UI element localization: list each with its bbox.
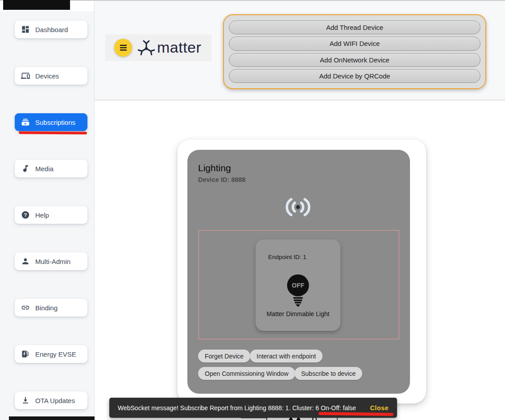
help-icon: ?: [21, 210, 30, 219]
interact-with-endpoint-button[interactable]: Interact with endpoint: [250, 350, 323, 362]
snackbar-close-button[interactable]: Close: [370, 404, 389, 412]
sidebar-item-multi-admin[interactable]: Multi-Admin: [15, 252, 87, 270]
open-commissioning-window-button[interactable]: Open Commissioning Window: [198, 367, 295, 380]
sidebar-item-label: Binding: [35, 304, 58, 312]
forget-device-button[interactable]: Forget Device: [198, 350, 250, 362]
add-device-panel: Add Thread Device Add WIFI Device Add On…: [223, 14, 486, 89]
sidebar-item-ota-updates[interactable]: OTA Updates: [15, 391, 87, 409]
sidebar-item-label: Media: [35, 165, 54, 173]
sidebar-item-help[interactable]: ? Help: [15, 206, 87, 224]
add-onnetwork-device-button[interactable]: Add OnNetwork Device: [229, 53, 480, 67]
svg-text:?: ?: [24, 212, 27, 218]
music-note-icon: [21, 164, 30, 173]
device-title: Lighting: [198, 163, 231, 173]
endpoint-device-type: Matter Dimmable Light: [256, 310, 340, 317]
person-icon: [21, 257, 30, 266]
occluding-black-bar-bottom: [9, 416, 95, 420]
sidebar-item-devices[interactable]: Devices: [15, 67, 87, 85]
sidebar-item-energy-evse[interactable]: Energy EVSE: [15, 345, 87, 363]
menu-button[interactable]: [114, 39, 132, 57]
sidebar-item-dashboard[interactable]: Dashboard: [15, 21, 87, 38]
dashboard-icon: [21, 25, 30, 34]
sidebar-item-label: OTA Updates: [35, 397, 75, 404]
hamburger-icon: [119, 44, 128, 51]
sidebar-item-label: Dashboard: [35, 26, 68, 33]
sidebar-item-subscriptions[interactable]: Subscriptions: [15, 113, 87, 131]
devices-icon: [21, 71, 30, 80]
sidebar-item-label: Devices: [35, 72, 59, 80]
ev-station-icon: [21, 350, 30, 358]
sidebar-item-binding[interactable]: Binding: [15, 299, 87, 317]
brand-wordmark: matter: [157, 34, 201, 61]
app-screen: Dashboard Devices Subscriptions Media ? …: [0, 0, 505, 420]
link-icon: [21, 303, 30, 312]
sidebar-item-label: Energy EVSE: [35, 350, 76, 358]
sidebar-item-label: Help: [35, 211, 49, 219]
sidebar-item-media[interactable]: Media: [15, 160, 87, 177]
occluding-black-bar-top: [3, 0, 70, 10]
sidebar-item-label: Multi-Admin: [35, 258, 70, 265]
light-bulb-off-icon: OFF: [286, 274, 310, 308]
add-wifi-device-button[interactable]: Add WIFI Device: [229, 37, 480, 50]
add-device-by-qrcode-button[interactable]: Add Device by QRCode: [229, 69, 480, 83]
subscribe-to-device-button[interactable]: Subscribe to device: [294, 367, 362, 380]
device-id: Device ID: 8888: [198, 176, 245, 183]
red-annotation-underline-subscriptions: [19, 131, 87, 134]
signal-icon: [280, 195, 316, 219]
sidebar-item-label: Subscriptions: [35, 119, 75, 126]
matter-logo-icon: [137, 38, 156, 58]
subscriptions-icon: [21, 118, 30, 127]
bulb-state-text: OFF: [292, 282, 304, 289]
add-thread-device-button[interactable]: Add Thread Device: [229, 21, 480, 34]
endpoint-id-label: Endpoint ID: 1: [268, 254, 306, 260]
download-icon: [21, 396, 30, 405]
snackbar-message: WebSocket message! Subscribe Report from…: [118, 404, 356, 412]
